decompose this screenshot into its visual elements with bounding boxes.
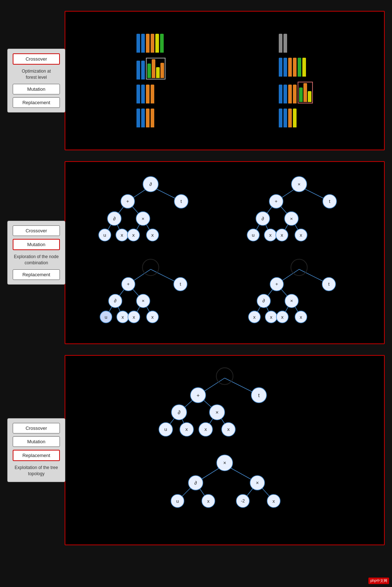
svg-text:×: ×: [141, 216, 144, 221]
chrom-group-right: [279, 34, 313, 127]
svg-text:+: +: [274, 199, 277, 204]
svg-text:∂: ∂: [178, 409, 180, 415]
svg-text:×: ×: [223, 460, 226, 466]
svg-text:x: x: [151, 232, 154, 238]
btn-mutation-1[interactable]: Mutation: [13, 84, 60, 94]
tree-svg-replace-2: × ∂ × u: [134, 454, 315, 534]
svg-text:x: x: [121, 314, 124, 320]
desc-node: Exploration of the node combination: [11, 253, 61, 267]
svg-text:t: t: [328, 281, 330, 287]
tree-svg-4: + t ∂ ×: [241, 258, 357, 331]
svg-text:x: x: [253, 314, 256, 320]
right-panel-node: .tn{fill:#e8f0ff;stroke:#4488cc;stroke-w…: [65, 161, 385, 344]
svg-text:u: u: [103, 232, 106, 238]
svg-text:x: x: [151, 314, 154, 320]
chrom-group-left: [136, 34, 166, 127]
replace-top-tree: + t ∂ ×: [87, 367, 362, 447]
desc-replace: Exploitation of the tree topology: [11, 464, 61, 478]
svg-text:x: x: [299, 232, 302, 238]
chrom-row-r3: [279, 82, 313, 103]
chrom-row-r1: [279, 34, 287, 53]
main-container: Crossover Optimization atforest level Mu…: [0, 0, 392, 556]
tree-svg-1: .tn{fill:#e8f0ff;stroke:#4488cc;stroke-w…: [93, 175, 209, 247]
tree-top-pair: .tn{fill:#e8f0ff;stroke:#4488cc;stroke-w…: [76, 175, 373, 247]
svg-text:x: x: [281, 314, 283, 320]
svg-text:+: +: [126, 199, 129, 204]
chrom-row-3: [136, 85, 154, 103]
svg-text:x: x: [207, 498, 210, 504]
svg-text:+: +: [196, 392, 200, 398]
left-panel-forest: Crossover Optimization atforest level Mu…: [7, 49, 65, 113]
right-panel-replace: + t ∂ ×: [65, 355, 385, 545]
chrom-row-2: [136, 58, 166, 80]
svg-text:x: x: [132, 232, 135, 238]
svg-text:t: t: [258, 392, 260, 398]
btn-crossover-1[interactable]: Crossover: [13, 53, 60, 65]
forest-panel: [65, 12, 384, 150]
left-panel-node: Crossover Mutation Exploration of the no…: [7, 221, 65, 285]
section-replace: Crossover Mutation Replacement Exploitat…: [7, 355, 385, 545]
svg-text:x: x: [299, 314, 302, 320]
replace-bottom-tree: × ∂ × u: [87, 454, 362, 534]
section-forest: Crossover Optimization atforest level Mu…: [7, 11, 385, 150]
svg-text:×: ×: [290, 216, 293, 221]
svg-text:∂: ∂: [262, 298, 265, 303]
btn-replacement-3[interactable]: Replacement: [13, 450, 60, 461]
svg-text:u: u: [164, 427, 167, 432]
svg-text:×: ×: [142, 298, 144, 303]
tree-bottom-pair: + t ∂ ×: [76, 258, 373, 331]
btn-crossover-3[interactable]: Crossover: [13, 423, 60, 433]
svg-text:∂: ∂: [261, 216, 264, 221]
svg-text:u: u: [105, 314, 107, 320]
svg-text:x: x: [273, 498, 275, 504]
svg-text:x: x: [281, 232, 283, 238]
svg-text:x: x: [204, 427, 207, 432]
svg-text:∂: ∂: [149, 182, 152, 187]
chrom-row-r2: [279, 58, 306, 77]
svg-text:∂: ∂: [114, 298, 117, 303]
replace-panel: + t ∂ ×: [65, 356, 384, 545]
svg-text:+: +: [275, 281, 278, 287]
svg-text:x: x: [270, 314, 272, 320]
svg-text:x: x: [269, 232, 271, 238]
chrom-row-r4: [279, 109, 297, 127]
svg-text:∂: ∂: [195, 480, 197, 486]
svg-point-54: [142, 259, 159, 276]
svg-text:x: x: [132, 314, 135, 320]
btn-mutation-2[interactable]: Mutation: [13, 239, 60, 250]
tree-svg-3: + t ∂ ×: [93, 258, 209, 331]
right-panel-forest: [65, 11, 385, 150]
svg-text:x: x: [121, 232, 123, 238]
svg-text:t: t: [180, 281, 181, 287]
chrom-row-1: [136, 34, 164, 53]
btn-replacement-2[interactable]: Replacement: [13, 269, 60, 280]
svg-text:×: ×: [216, 409, 219, 415]
svg-text:x: x: [185, 427, 188, 432]
left-panel-replace: Crossover Mutation Replacement Exploitat…: [7, 418, 65, 482]
svg-text:×: ×: [290, 298, 293, 303]
tree-svg-2: .tn2{fill:#e8f0ff;stroke:#4488cc;stroke-…: [241, 175, 357, 247]
svg-text:×: ×: [256, 480, 259, 486]
svg-point-79: [291, 259, 307, 276]
tree-svg-replace-1: + t ∂ ×: [134, 367, 315, 447]
svg-text:u: u: [176, 498, 179, 504]
btn-crossover-2[interactable]: Crossover: [13, 225, 60, 236]
desc-forest: Optimization atforest level: [20, 68, 52, 81]
svg-text:-2: -2: [241, 498, 245, 504]
svg-text:∂: ∂: [113, 216, 115, 221]
btn-replacement-1[interactable]: Replacement: [13, 97, 60, 108]
svg-text:u: u: [252, 232, 254, 238]
svg-text:t: t: [180, 199, 182, 204]
svg-text:×: ×: [298, 182, 301, 187]
svg-text:+: +: [127, 281, 130, 287]
svg-point-104: [216, 368, 233, 384]
chrom-row-4: [136, 109, 154, 127]
svg-text:x: x: [227, 427, 230, 432]
watermark: php中文网: [368, 578, 389, 584]
svg-text:t: t: [329, 199, 330, 204]
tree-panel: .tn{fill:#e8f0ff;stroke:#4488cc;stroke-w…: [65, 162, 384, 343]
section-node: Crossover Mutation Exploration of the no…: [7, 161, 385, 344]
btn-mutation-3[interactable]: Mutation: [13, 436, 60, 447]
